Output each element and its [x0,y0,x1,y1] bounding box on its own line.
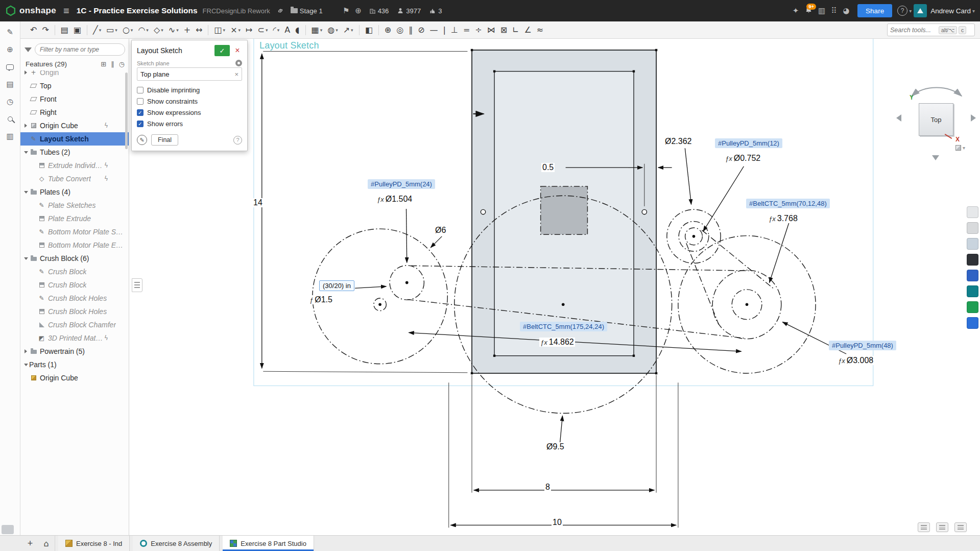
circular-pattern-tool[interactable]: ◍▾ [325,25,340,35]
members-stat[interactable]: 3977 [397,7,421,15]
chevron-down-icon[interactable]: ▾ [99,28,102,33]
extend-tool[interactable]: ↦ [244,25,254,35]
history-icon[interactable]: ◷ [119,60,125,68]
journal-icon[interactable]: ▥ [816,5,828,17]
pulley12-expression-chip[interactable]: #PulleyPD_5mm(12) [715,138,782,148]
versions-rail-icon[interactable]: ◷ [3,94,17,109]
tangent-constraint-tool[interactable]: ⊘ [416,25,426,35]
chevron-right-icon[interactable] [22,349,29,353]
pulley24-expression-chip[interactable]: #PulleyPD_5mm(24) [368,179,435,189]
insert-marker-icon[interactable]: ⊞ [101,60,106,68]
vertical-constraint-tool[interactable]: | [441,25,448,35]
feature-row-plate-extrude[interactable]: Plate Extrude [20,212,129,225]
chevron-down-icon[interactable]: ▾ [146,28,149,33]
slot-tool[interactable]: ◖ [293,25,301,35]
feature-row-powertrain-5[interactable]: Powertrain (5) [20,345,129,358]
dimension-tool[interactable]: ↔ [194,25,204,35]
features-rail-icon[interactable]: ✎ [3,25,17,39]
chevron-down-icon[interactable] [22,191,29,194]
flag-icon[interactable]: ⚑ [340,5,352,17]
custom-tables-rail-icon[interactable]: ▤ [3,77,17,91]
spline-tool[interactable]: ∿▾ [166,25,181,35]
appearance-toggle-icon[interactable] [235,60,242,66]
checkbox-icon[interactable] [137,98,144,105]
edge-panel-icon-3[interactable] [967,238,978,250]
chevron-down-icon[interactable]: ▾ [223,28,226,33]
checkbox-icon[interactable] [137,121,144,127]
dim-offset[interactable]: 0.5 [541,163,555,172]
views-stat[interactable]: 436 [369,7,389,15]
checkbox-icon[interactable] [137,109,144,116]
chevron-right-icon[interactable] [22,124,29,128]
curvature-tool[interactable]: ≈ [535,25,545,35]
feature-row-crush-block[interactable]: Crush Block [20,278,129,292]
feature-row-crush-block[interactable]: Crush Block [20,265,129,278]
canvas-tool-icon-1[interactable] [918,522,930,532]
dialog-title[interactable]: Layout Sketch [137,46,214,55]
likes-stat[interactable]: 3 [429,7,442,15]
point-tool[interactable]: + [182,25,193,35]
format-painter-tool[interactable]: ◧ [363,25,375,35]
feature-row-origin[interactable]: Origin [20,70,129,79]
chevron-down-icon[interactable] [22,257,29,260]
dim-pulley24[interactable]: ƒxØ1.504 [376,195,413,204]
feature-row-crush-block-6[interactable]: Crush Block (6) [20,252,129,265]
pulley48-expression-chip[interactable]: #PulleyPD_5mm(48) [829,341,896,350]
feature-row-right[interactable]: Right [20,106,129,119]
sketch-plane-field[interactable]: Top plane [137,67,242,81]
checkbox-show-expressions[interactable]: Show expressions [137,107,242,118]
dim-wheel-left[interactable]: Ø6 [434,226,447,235]
comments-rail-icon[interactable] [3,60,17,74]
breadcrumb-location[interactable]: Stage 1 [291,7,323,15]
search-tools-input[interactable] [890,27,937,34]
cancel-button[interactable] [233,46,242,55]
feature-row-crush-block-chamfer[interactable]: Crush Block Chamfer [20,318,129,331]
tab-exercise-8-part-studio[interactable]: Exercise 8 Part Studio [223,536,314,551]
chevron-down-icon[interactable]: ▾ [351,28,353,33]
chevron-down-icon[interactable]: ▾ [336,28,338,33]
feature-row-plate-sketches[interactable]: Plate Sketches [20,199,129,212]
avatar[interactable] [914,4,927,17]
feature-row-bottom-motor-plate-ske[interactable]: Bottom Motor Plate Ske... [20,225,129,238]
chevron-down-icon[interactable]: ▾ [115,28,117,33]
document-title[interactable]: 1C - Practice Exercise Solutions [77,6,198,15]
onshape-logo[interactable] [5,5,16,16]
line-tool[interactable]: ╱▾ [91,25,103,35]
belt175-expression-chip[interactable]: #BeltCTC_5mm(175,24,24) [520,322,607,331]
fix-constraint-tool[interactable]: ⊠ [498,25,509,35]
search-tools-box[interactable]: alt/⌥ c [887,23,975,36]
feature-row-bottom-motor-plate-ext[interactable]: Bottom Motor Plate Ext... [20,238,129,252]
view-cube-face[interactable]: Top [919,103,953,136]
copy-sketch-tool[interactable]: ▤ [59,25,70,35]
dim-pulley48[interactable]: ƒxØ3.008 [837,356,874,365]
dim-height[interactable]: 14 [252,198,264,207]
canvas-tool-icon-3[interactable] [954,522,967,532]
link-icon[interactable] [274,5,286,17]
dialog-help-icon[interactable] [233,136,242,145]
edge-panel-icon-1[interactable] [967,206,978,218]
midpoint-constraint-tool[interactable]: ÷ [473,25,484,35]
offset-tool[interactable]: ⊂▾ [255,25,270,35]
dim-pulley12[interactable]: ƒxØ0.752 [724,154,761,163]
rectangle-tool[interactable]: ▭▾ [104,25,119,35]
concentric-constraint-tool[interactable]: ◎ [394,25,405,35]
home-icon[interactable] [38,536,55,551]
checkbox-show-errors[interactable]: Show errors [137,118,242,129]
globe-icon[interactable]: ⊕ [352,5,365,17]
linear-pattern-tool[interactable]: ▦▾ [309,25,325,35]
dim-belt175[interactable]: ƒx14.862 [539,338,575,347]
coincident-constraint-tool[interactable]: ⊕ [383,25,393,35]
dim-wheel-bottom[interactable]: Ø9.5 [545,442,565,451]
transform-tool[interactable]: ↗▾ [341,25,355,35]
feature-row-origin-cube[interactable]: Origin Cube [20,119,129,132]
feature-row-layout-sketch[interactable]: Layout Sketch [20,132,129,146]
normal-constraint-tool[interactable]: ∟ [510,25,521,35]
ai-sparkle-icon[interactable]: ✦ [790,5,802,17]
ratio-expression-chip[interactable]: (30/20) in [319,280,354,291]
canvas-tool-icon-2[interactable] [936,522,948,532]
edge-panel-icon-7[interactable] [967,301,978,313]
circle-tool[interactable]: ○▾ [121,25,135,35]
trim-tool[interactable]: ×▾ [228,25,243,35]
rotate-down-arrow[interactable] [932,155,939,160]
menu-icon[interactable] [63,5,69,17]
